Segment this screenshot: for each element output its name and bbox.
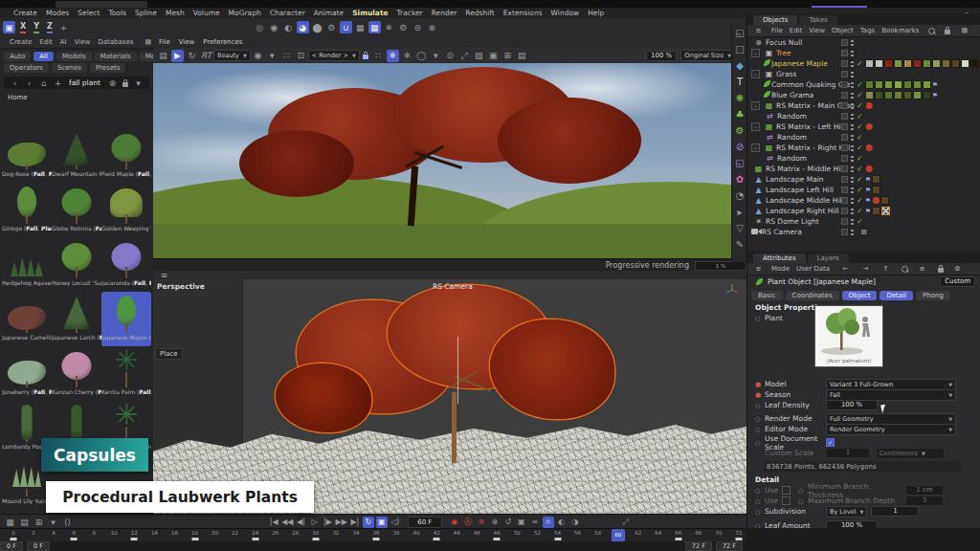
material-tag[interactable] bbox=[961, 59, 969, 68]
visibility-dots[interactable] bbox=[851, 102, 854, 110]
menu-modes[interactable]: Modes bbox=[46, 9, 69, 17]
attr-value-render-mode[interactable]: Full Geometry▼ bbox=[826, 413, 956, 425]
enabled-check-icon[interactable]: ✓ bbox=[857, 101, 863, 110]
menu-render[interactable]: Render bbox=[432, 9, 457, 17]
layer-toggle[interactable] bbox=[841, 92, 848, 99]
toolcol-generator-icon[interactable]: ❋ bbox=[733, 91, 746, 105]
layer-toggle[interactable] bbox=[841, 165, 848, 172]
layer-toggle[interactable] bbox=[841, 123, 848, 130]
object-row-grass[interactable]: –▣Grass bbox=[747, 69, 980, 79]
anim-dot[interactable]: ○ bbox=[755, 426, 761, 432]
enabled-check-icon[interactable]: ✓ bbox=[857, 59, 863, 68]
use-checkbox[interactable] bbox=[782, 486, 791, 495]
layer-toggle[interactable] bbox=[841, 144, 848, 151]
rv-icon[interactable]: ▣ bbox=[487, 50, 500, 62]
collapse-icon[interactable]: – bbox=[751, 70, 760, 78]
current-frame-field[interactable]: 60 F bbox=[408, 517, 442, 528]
rv-render-play-icon[interactable]: ▶ bbox=[171, 50, 184, 62]
attr-tab-attributes[interactable]: Attributes bbox=[753, 253, 806, 263]
anim-key-position[interactable]: ⊕ bbox=[489, 517, 501, 528]
layout-tab[interactable] bbox=[56, 1, 147, 8]
hamburger-icon[interactable]: ≡ bbox=[752, 263, 765, 276]
plant-item-dog-rose[interactable]: Dog-Rose (Fall, Plant) bbox=[2, 128, 52, 183]
sub-tab-presets[interactable]: Presets bbox=[90, 63, 125, 73]
plant-preview-thumbnail[interactable]: (Acer palmatum) bbox=[814, 305, 883, 367]
object-row-common-quaking-grass[interactable]: Common Quaking Grass✓⚑ bbox=[747, 79, 980, 90]
beauty-dropdown[interactable]: Beauty▼ bbox=[213, 50, 251, 61]
menu-animate[interactable]: Animate bbox=[314, 9, 344, 17]
rv-icon[interactable]: ▾ bbox=[266, 50, 278, 62]
object-row-japanese-maple[interactable]: Japanese Maple✓⚑ bbox=[747, 58, 980, 69]
toolcol-scene-icon[interactable]: ◔ bbox=[733, 188, 746, 203]
back-icon[interactable]: ‹ bbox=[9, 77, 21, 89]
sub-tab-scenes[interactable]: Scenes bbox=[52, 63, 87, 73]
plant-item-hedgehog-agave[interactable]: Hedgehog Agave (Fall... bbox=[2, 237, 52, 292]
search-icon[interactable] bbox=[928, 28, 935, 34]
enabled-check-icon[interactable]: ✓ bbox=[857, 165, 863, 173]
rv-icon[interactable]: ∷ bbox=[372, 50, 385, 62]
hamburger-icon[interactable]: ≡ bbox=[752, 25, 765, 37]
tl-left-icon[interactable]: ▾ bbox=[47, 516, 59, 528]
visibility-dots[interactable] bbox=[851, 81, 854, 89]
lock-icon[interactable] bbox=[363, 55, 368, 59]
material-tag[interactable] bbox=[913, 59, 922, 68]
rv-icon[interactable]: ⤢ bbox=[458, 50, 471, 62]
layer-toggle[interactable] bbox=[841, 229, 848, 235]
toolbar-magnet-icon[interactable]: ∪ bbox=[340, 21, 352, 33]
enabled-check-icon[interactable]: ✓ bbox=[857, 154, 863, 163]
rv-icon[interactable]: ◉ bbox=[252, 50, 264, 62]
object-row-landscape-main[interactable]: ▲Landscape Main✓⚑ bbox=[747, 174, 980, 185]
camera-target-icon[interactable]: ⊠ bbox=[858, 226, 870, 238]
plant-item-juneberry[interactable]: Juneberry (Fall, Plant) bbox=[2, 346, 52, 401]
plant-item-globe-robinia[interactable]: Globe Robinia (Fall, Pl... bbox=[52, 183, 101, 237]
timeline-ruler[interactable]: 0246810121416182022242628303234363840424… bbox=[0, 528, 746, 542]
object-row-rs-matrix-middle-hill[interactable]: ▦RS Matrix - Middle Hill✓ bbox=[747, 164, 980, 174]
object-row-rs-matrix-main-ground[interactable]: –▦RS Matrix - Main Ground✓ bbox=[747, 100, 980, 111]
object-row-landscape-right-hill[interactable]: ▲Landscape Right Hill✓⚑ bbox=[747, 206, 980, 216]
layer-toggle[interactable] bbox=[841, 176, 848, 183]
filter-tab-materials[interactable]: Materials bbox=[95, 52, 137, 61]
axis-lock-y[interactable]: Y bbox=[33, 22, 39, 33]
menu-window[interactable]: Window bbox=[551, 9, 580, 17]
flag-tag-icon[interactable]: ⚑ bbox=[865, 197, 871, 205]
rv-icon[interactable]: ▨ bbox=[473, 50, 485, 62]
menu-help[interactable]: Help bbox=[588, 9, 604, 17]
render-target-dropdown[interactable]: < Render >▼ bbox=[308, 50, 360, 61]
toolbar-active-tool-icon[interactable]: ▣ bbox=[3, 21, 15, 33]
custom-button[interactable]: Custom bbox=[940, 276, 975, 287]
material-tag[interactable] bbox=[884, 91, 893, 99]
home-icon[interactable]: ⌂ bbox=[37, 77, 50, 89]
filter-tab-auto[interactable]: Auto bbox=[4, 52, 31, 61]
obj-menu-view[interactable]: View bbox=[809, 27, 825, 34]
layer-toggle[interactable] bbox=[841, 39, 848, 46]
search-input[interactable]: fall plant bbox=[69, 78, 105, 87]
material-tag[interactable] bbox=[913, 80, 922, 89]
transport-prev-key[interactable]: ◀◀ bbox=[281, 517, 293, 528]
anim-keyframe-selection[interactable]: ⊛ bbox=[476, 517, 487, 528]
visibility-dots[interactable] bbox=[851, 113, 854, 121]
material-tag[interactable] bbox=[951, 59, 960, 68]
stop-tag-icon[interactable] bbox=[873, 197, 880, 204]
enabled-check-icon[interactable]: ✓ bbox=[857, 207, 863, 215]
layer-toggle[interactable] bbox=[841, 102, 848, 109]
axis-lock-x[interactable]: X bbox=[20, 22, 26, 33]
anim-dot[interactable]: ● bbox=[755, 381, 761, 388]
lock-icon[interactable] bbox=[938, 268, 944, 273]
layer-toggle[interactable] bbox=[841, 197, 848, 204]
menu-extensions[interactable]: Extensions bbox=[503, 9, 543, 17]
rv-icon[interactable]: ▾ bbox=[430, 50, 442, 62]
transport-ping-pong[interactable]: ▣ bbox=[376, 517, 388, 528]
material-tag[interactable] bbox=[865, 80, 874, 89]
visibility-dots[interactable] bbox=[851, 123, 854, 131]
layer-toggle[interactable] bbox=[841, 60, 848, 67]
objects-tab-objects[interactable]: Objects bbox=[753, 15, 797, 25]
attr-back-icon[interactable]: ← bbox=[839, 263, 852, 276]
attr-value-editor-mode[interactable]: Render Geometry▼ bbox=[826, 424, 956, 435]
material-tag[interactable] bbox=[884, 80, 893, 89]
material-tag[interactable] bbox=[932, 59, 941, 68]
anim-dot[interactable]: ○ bbox=[755, 487, 761, 494]
attr-menu-mode[interactable]: Mode bbox=[771, 265, 790, 273]
material-tag[interactable] bbox=[875, 59, 883, 68]
material-tag[interactable] bbox=[903, 59, 912, 68]
object-row-blue-grama[interactable]: Blue Grama✓⚑ bbox=[747, 90, 980, 100]
